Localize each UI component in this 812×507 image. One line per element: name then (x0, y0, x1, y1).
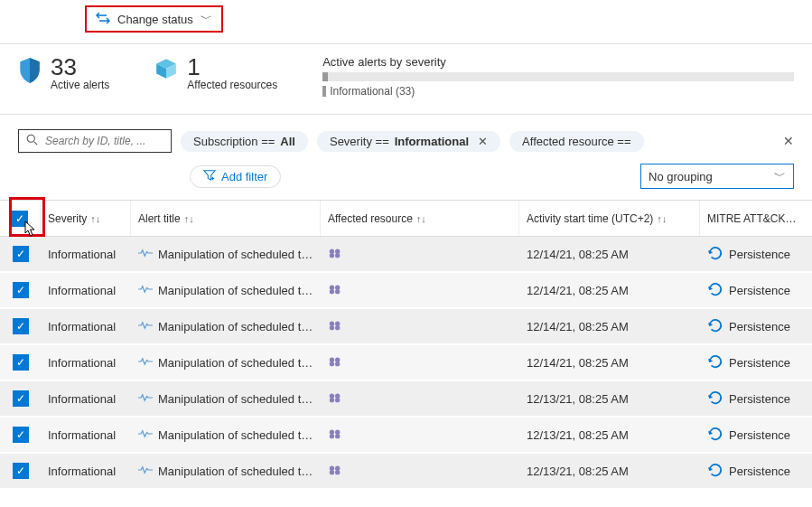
cell-severity: Informational (41, 425, 131, 446)
cell-title: Manipulation of scheduled t… (131, 352, 321, 373)
cell-start-time: 12/14/21, 08:25 AM (519, 316, 700, 337)
col-mitre[interactable]: MITRE ATT&CK® t… (700, 201, 808, 236)
svg-point-30 (330, 470, 334, 474)
cell-resource (321, 424, 519, 446)
svg-point-6 (330, 253, 334, 258)
table-row[interactable]: ✓ Informational Manipulation of schedule… (0, 381, 812, 418)
sort-icon: ↑↓ (184, 213, 194, 224)
cell-severity: Informational (41, 316, 131, 337)
chevron-down-icon: ﹀ (774, 168, 786, 184)
persistence-icon (707, 427, 723, 444)
grouping-select[interactable]: No grouping ﹀ (640, 164, 794, 189)
activity-icon (138, 248, 153, 261)
cell-resource (321, 388, 519, 410)
cell-title: Manipulation of scheduled t… (131, 461, 321, 482)
add-filter-button[interactable]: Add filter (190, 165, 281, 188)
col-start-time[interactable]: Activity start time (UTC+2)↑↓ (519, 201, 700, 236)
filters-row-2: Add filter No grouping ﹀ (0, 160, 812, 200)
svg-point-0 (27, 135, 34, 142)
cell-mitre: Persistence (700, 459, 808, 484)
cell-resource (321, 352, 519, 374)
clear-filters-button[interactable]: ✕ (783, 134, 794, 148)
cell-start-time: 12/13/21, 08:25 AM (519, 461, 700, 482)
search-input[interactable] (43, 134, 163, 148)
activity-icon (138, 428, 153, 442)
cell-title: Manipulation of scheduled t… (131, 280, 321, 301)
sort-icon: ↑↓ (90, 213, 100, 224)
svg-point-14 (330, 325, 334, 330)
resource-icon (328, 247, 342, 262)
svg-point-10 (330, 289, 334, 294)
filter-subscription[interactable]: Subscription == All (181, 131, 308, 152)
persistence-icon (707, 390, 723, 408)
cell-severity: Informational (41, 244, 131, 265)
cell-severity: Informational (41, 352, 131, 373)
filter-affected-resource[interactable]: Affected resource == (509, 131, 643, 152)
activity-icon (138, 320, 153, 333)
change-status-label: Change status (117, 13, 193, 26)
close-icon[interactable]: ✕ (478, 135, 488, 148)
row-checkbox[interactable]: ✓ (13, 463, 29, 479)
persistence-icon (707, 318, 723, 335)
cube-icon (154, 57, 178, 83)
col-resource[interactable]: Affected resource↑↓ (321, 201, 519, 236)
cell-resource (321, 460, 519, 483)
persistence-icon (707, 354, 723, 371)
svg-point-11 (335, 289, 340, 294)
table-row[interactable]: ✓ Informational Manipulation of schedule… (0, 345, 812, 381)
svg-point-18 (330, 361, 334, 366)
cell-resource (321, 279, 519, 302)
row-checkbox[interactable]: ✓ (13, 246, 29, 262)
cell-start-time: 12/14/21, 08:25 AM (519, 352, 700, 373)
table-row[interactable]: ✓ Informational Manipulation of schedule… (0, 273, 812, 309)
cell-start-time: 12/14/21, 08:25 AM (519, 244, 700, 265)
change-status-button[interactable]: Change status ﹀ (85, 5, 223, 33)
swap-icon (96, 12, 110, 27)
resource-icon (328, 355, 342, 371)
row-checkbox[interactable]: ✓ (13, 318, 29, 334)
select-all-checkbox[interactable]: ✓ (12, 211, 28, 227)
severity-title: Active alerts by severity (322, 55, 794, 69)
svg-point-31 (335, 470, 340, 474)
cell-mitre: Persistence (700, 242, 808, 267)
activity-icon (138, 284, 153, 297)
affected-resources-label: Affected resources (187, 79, 277, 91)
severity-bar (322, 72, 794, 81)
cell-mitre: Persistence (700, 423, 808, 447)
affected-resources-stat: 1 Affected resources (154, 55, 277, 91)
sort-icon: ↑↓ (657, 213, 667, 224)
cell-resource (321, 243, 519, 266)
svg-point-22 (330, 398, 334, 402)
svg-point-15 (335, 325, 340, 330)
search-icon (26, 134, 38, 148)
svg-point-27 (335, 434, 340, 438)
row-checkbox[interactable]: ✓ (13, 354, 29, 371)
col-title[interactable]: Alert title↑↓ (131, 201, 321, 236)
table-row[interactable]: ✓ Informational Manipulation of schedule… (0, 237, 812, 273)
sort-icon: ↑↓ (416, 213, 426, 224)
filter-add-icon (203, 170, 216, 183)
cell-title: Manipulation of scheduled t… (131, 316, 321, 337)
row-checkbox[interactable]: ✓ (13, 390, 29, 407)
table-row[interactable]: ✓ Informational Manipulation of schedule… (0, 309, 812, 345)
table-row[interactable]: ✓ Informational Manipulation of schedule… (0, 454, 812, 490)
alerts-table: ✓ Severity↑↓ Alert title↑↓ Affected reso… (0, 200, 812, 490)
shield-icon (18, 57, 42, 87)
cell-mitre: Persistence (700, 351, 808, 375)
cell-severity: Informational (41, 389, 131, 409)
search-box[interactable] (18, 129, 172, 153)
cell-title: Manipulation of scheduled t… (131, 244, 321, 265)
cell-title: Manipulation of scheduled t… (131, 425, 321, 446)
table-row[interactable]: ✓ Informational Manipulation of schedule… (0, 418, 812, 454)
svg-point-7 (335, 253, 340, 258)
col-severity[interactable]: Severity↑↓ (41, 201, 131, 236)
filter-severity[interactable]: Severity == Informational ✕ (317, 131, 500, 152)
persistence-icon (707, 463, 723, 480)
cell-mitre: Persistence (700, 387, 808, 411)
severity-legend: Informational (33) (322, 85, 794, 98)
cell-start-time: 12/14/21, 08:25 AM (519, 280, 700, 301)
cell-severity: Informational (41, 280, 131, 301)
resource-icon (328, 319, 342, 334)
row-checkbox[interactable]: ✓ (13, 427, 29, 443)
row-checkbox[interactable]: ✓ (13, 282, 29, 298)
